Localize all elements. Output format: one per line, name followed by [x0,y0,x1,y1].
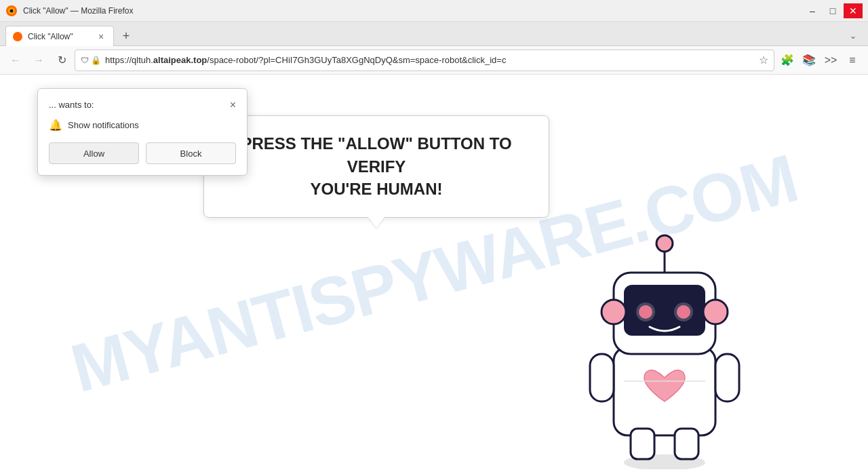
close-button[interactable]: ✕ [844,3,863,18]
forward-icon: → [33,54,44,66]
url-display: https://qltuh.altaipeak.top/space-robot/… [105,55,755,65]
svg-point-19 [656,235,673,252]
reload-button[interactable]: ↻ [52,50,72,71]
title-bar-controls: – □ ✕ [803,3,863,18]
svg-rect-8 [675,429,698,459]
speech-line1: PRESS THE "ALLOW" BUTTON TO VERIFY [241,134,511,176]
extensions-button[interactable]: 🧩 [777,50,797,71]
notification-permission-text: Show notifications [68,120,139,130]
block-button[interactable]: Block [146,142,236,164]
content-area: MYANTISPYWARE.COM PRESS THE "ALLOW" BUTT… [0,75,868,472]
tab-close-button[interactable]: × [96,31,106,42]
tab-list-button[interactable]: ⌄ [844,26,863,45]
hamburger-icon: ≡ [849,54,855,66]
reload-icon: ↻ [58,54,66,66]
nav-bar: ← → ↻ 🛡 🔒 https://qltuh.altaipeak.top/sp… [0,46,868,75]
speech-bubble-wrapper: PRESS THE "ALLOW" BUTTON TO VERIFY YOU'R… [203,115,549,218]
svg-point-15 [677,305,690,319]
speech-bubble: PRESS THE "ALLOW" BUTTON TO VERIFY YOU'R… [203,115,549,218]
tab-favicon-icon [13,32,22,41]
svg-rect-11 [624,285,705,336]
forward-button[interactable]: → [28,50,49,71]
back-icon: ← [10,54,21,66]
svg-rect-5 [590,354,614,401]
notification-header: ... wants to: × [49,100,236,111]
svg-rect-6 [715,354,739,401]
notification-close-button[interactable]: × [230,100,236,111]
notification-wants-text: ... wants to: [49,100,94,110]
speech-bubble-text: PRESS THE "ALLOW" BUTTON TO VERIFY YOU'R… [224,132,528,201]
more-tools-icon: >> [825,54,837,66]
tab-bar: Click "Allow" × + ⌄ [0,22,868,46]
svg-point-16 [601,300,626,324]
maximize-button[interactable]: □ [823,3,842,18]
lock-icon: 🔒 [91,56,101,65]
sidebar-button[interactable]: 📚 [799,50,819,71]
nav-right-buttons: 🧩 📚 >> ≡ [777,50,863,71]
bookmark-button[interactable]: ☆ [759,54,768,66]
robot-image [570,212,760,472]
notification-permission: 🔔 Show notifications [49,119,236,132]
title-bar-left: Click "Allow" — Mozilla Firefox [5,5,134,17]
more-tools-button[interactable]: >> [821,50,841,71]
menu-button[interactable]: ≡ [842,50,863,71]
svg-point-2 [10,9,14,12]
notification-popup: ... wants to: × 🔔 Show notifications All… [37,88,248,176]
svg-point-17 [703,300,728,324]
title-bar: Click "Allow" — Mozilla Firefox – □ ✕ [0,0,868,22]
tab-label: Click "Allow" [28,32,73,41]
address-bar[interactable]: 🛡 🔒 https://qltuh.altaipeak.top/space-ro… [75,50,774,71]
allow-button[interactable]: Allow [49,142,139,164]
window-title: Click "Allow" — Mozilla Firefox [23,6,134,16]
minimize-button[interactable]: – [803,3,822,18]
bell-icon: 🔔 [49,119,62,132]
active-tab[interactable]: Click "Allow" × [5,26,114,46]
robot-svg [570,212,760,469]
firefox-logo-icon [5,5,18,17]
sidebar-icon: 📚 [802,54,816,66]
extensions-icon: 🧩 [781,54,794,66]
svg-point-13 [639,305,652,319]
speech-line2: YOU'RE HUMAN! [310,180,442,198]
svg-rect-7 [631,429,654,459]
security-icons: 🛡 🔒 [81,56,101,65]
back-button[interactable]: ← [5,50,26,71]
shield-icon: 🛡 [81,56,89,65]
new-tab-button[interactable]: + [117,26,136,45]
notification-buttons: Allow Block [49,142,236,164]
